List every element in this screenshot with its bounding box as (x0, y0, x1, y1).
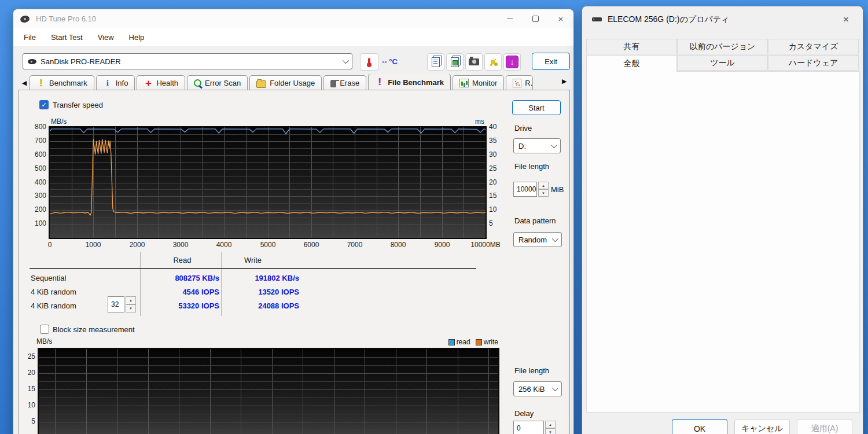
ok-button[interactable]: OK (672, 419, 727, 434)
tab-label: File Benchmark (388, 78, 444, 87)
y-axis-tick: 800 (35, 123, 46, 131)
minimize-icon (507, 19, 513, 19)
menu-help[interactable]: Help (129, 33, 145, 42)
screenshot-button[interactable] (465, 53, 483, 71)
tab-folder-usage[interactable]: Folder Usage (249, 75, 322, 90)
tab-scroll-right[interactable]: ▶ (562, 78, 567, 85)
x-axis-tick: 9000 (435, 241, 450, 249)
minimize-button[interactable] (497, 9, 523, 28)
block-size-checkbox[interactable] (40, 325, 49, 334)
read-result-value: 808275 KB/s (145, 274, 219, 282)
y-axis-tick: 20 (28, 369, 35, 377)
tab-health[interactable]: Health (137, 75, 185, 90)
spin-down-icon[interactable]: ▼ (538, 189, 549, 197)
x-axis-tick: 10000MB (470, 241, 500, 249)
tab-monitor[interactable]: Monitor (453, 75, 504, 90)
apply-button[interactable]: 適用(A) (797, 419, 852, 434)
y-axis-tick: 200 (35, 205, 46, 214)
y-axis-tick: 600 (35, 150, 46, 159)
hdtune-titlebar: HD Tune Pro 6.10 × (13, 9, 573, 28)
write-result-value: 13520 IOPS (226, 288, 299, 296)
write-result-value: 24088 IOPS (226, 301, 299, 310)
menu-file[interactable]: File (24, 33, 36, 42)
menu-view[interactable]: View (98, 33, 114, 42)
dialog-tab[interactable]: カスタマイズ (768, 39, 859, 54)
drive-dropdown[interactable]: D: (513, 138, 561, 153)
chevron-down-icon (551, 142, 557, 148)
right-axis-tick: 15 (489, 192, 496, 200)
dialog-tab[interactable]: ツール (677, 55, 768, 71)
copy-text-button[interactable] (427, 53, 444, 71)
hdtune-window-title: HD Tune Pro 6.10 (36, 14, 96, 23)
maximize-icon (532, 16, 539, 22)
dialog-tab[interactable]: 以前のバージョン (677, 39, 768, 54)
download-arrow-icon: ↓ (506, 56, 518, 68)
spin-up-icon[interactable]: ▲ (538, 182, 549, 189)
delay-spinner[interactable]: 0 ▲▼ (513, 421, 556, 434)
dialog-close-button[interactable]: × (837, 14, 855, 25)
chevron-down-icon (552, 385, 558, 391)
result-row-label: 4 KiB random (31, 288, 76, 296)
start-button[interactable]: Start (512, 100, 561, 115)
file-length-value[interactable]: 10000 (513, 182, 537, 197)
device-selector[interactable]: SanDisk PRO-READER (23, 53, 352, 69)
dialog-tab[interactable]: 全般 (586, 55, 677, 72)
dialog-tabs-row2: 全般ツールハードウェア (586, 55, 859, 72)
block-axis-unit: MB/s (36, 337, 52, 345)
result-row-label: Sequential (31, 274, 66, 282)
block-file-length-dropdown[interactable]: 256 KiB (513, 381, 562, 396)
right-axis-tick: 10 (489, 205, 496, 214)
tab-scroll-left[interactable]: ◀ (19, 76, 30, 90)
maximize-button[interactable] (523, 9, 548, 28)
extra-icon (513, 79, 521, 87)
queue-depth-value[interactable]: 32 (108, 296, 124, 312)
tab-info[interactable]: Info (96, 75, 135, 90)
x-axis-tick: 7000 (347, 241, 363, 249)
drive-label: Drive (514, 124, 532, 133)
right-axis-tick: 20 (489, 178, 496, 186)
tab-erase[interactable]: Erase (323, 75, 366, 90)
tab-file-benchmark[interactable]: File Benchmark (368, 74, 451, 90)
tab-error-scan[interactable]: Error Scan (187, 75, 248, 90)
erase-icon (330, 80, 336, 87)
dialog-tab[interactable]: 共有 (586, 39, 677, 54)
health-icon (144, 79, 153, 88)
write-result-value: 191802 KB/s (226, 274, 299, 282)
block-file-length-label: File length (514, 366, 549, 375)
transfer-speed-checkbox[interactable]: ✓ (39, 100, 49, 109)
y-axis-tick: 10 (28, 401, 35, 409)
menu-start-test[interactable]: Start Test (51, 33, 83, 42)
delay-value[interactable]: 0 (513, 421, 544, 434)
file-length-spinner[interactable]: 10000 ▲▼ (513, 182, 549, 197)
delay-label: Delay (514, 409, 534, 418)
exit-button[interactable]: Exit (532, 53, 570, 70)
menu-bar: FileStart TestViewHelp (13, 28, 573, 46)
write-legend-swatch (476, 339, 482, 345)
spin-up-icon[interactable]: ▲ (545, 421, 556, 428)
data-pattern-dropdown[interactable]: Random (513, 232, 562, 247)
properties-dialog: ELECOM 256G (D:)のプロパティ × 共有以前のバージョンカスタマイ… (582, 6, 863, 434)
block-file-length-value: 256 KiB (518, 385, 545, 393)
particles-button[interactable] (484, 53, 502, 71)
data-pattern-value: Random (518, 236, 547, 244)
tab-r-[interactable]: R.. (506, 75, 533, 90)
queue-depth-spinner[interactable]: 32▲▼ (108, 296, 136, 312)
temperature-button[interactable] (360, 53, 378, 71)
copy-image-button[interactable] (446, 53, 464, 71)
right-axis-tick: 25 (489, 164, 496, 172)
right-axis-tick: 35 (489, 137, 496, 145)
spin-down-icon[interactable]: ▼ (126, 304, 136, 312)
tab-label: Monitor (472, 79, 497, 87)
right-axis-tick: 30 (489, 150, 496, 159)
hdtune-window: HD Tune Pro 6.10 × FileStart TestViewHel… (13, 9, 574, 434)
x-axis-tick: 8000 (391, 241, 406, 249)
tab-benchmark[interactable]: Benchmark (30, 75, 94, 90)
cancel-button[interactable]: キャンセル (734, 419, 790, 434)
spin-up-icon[interactable]: ▲ (126, 296, 136, 304)
dialog-tab[interactable]: ハードウェア (768, 55, 859, 71)
close-button[interactable]: × (548, 9, 573, 28)
download-button[interactable]: ↓ (503, 53, 521, 71)
data-pattern-label: Data pattern (514, 216, 556, 225)
spin-down-icon[interactable]: ▼ (545, 428, 556, 434)
device-name: SanDisk PRO-READER (41, 57, 121, 66)
